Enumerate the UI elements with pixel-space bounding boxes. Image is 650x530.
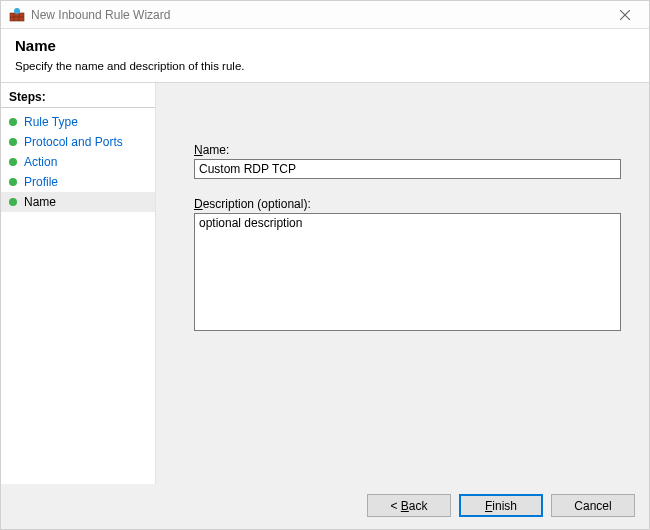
description-field-group: Description (optional): (194, 197, 621, 331)
step-rule-type[interactable]: Rule Type (1, 112, 155, 132)
wizard-footer: < Back Finish Cancel (1, 484, 649, 529)
back-button[interactable]: < Back (367, 494, 451, 517)
svg-point-4 (14, 8, 20, 14)
wizard-header: Name Specify the name and description of… (1, 29, 649, 83)
name-field-group: Name: (194, 143, 621, 179)
description-label: Description (optional): (194, 197, 621, 211)
wizard-body: Steps: Rule Type Protocol and Ports Acti… (1, 83, 649, 484)
window-title: New Inbound Rule Wizard (31, 8, 605, 22)
step-bullet-icon (9, 198, 17, 206)
step-profile[interactable]: Profile (1, 172, 155, 192)
step-label: Action (24, 155, 57, 169)
description-input[interactable] (194, 213, 621, 331)
step-bullet-icon (9, 118, 17, 126)
form-content: Name: Description (optional): (156, 83, 649, 484)
step-action[interactable]: Action (1, 152, 155, 172)
name-input[interactable] (194, 159, 621, 179)
step-label: Protocol and Ports (24, 135, 123, 149)
close-button[interactable] (605, 1, 645, 29)
step-label: Name (24, 195, 56, 209)
firewall-icon (9, 7, 25, 23)
name-label: Name: (194, 143, 621, 157)
step-bullet-icon (9, 138, 17, 146)
page-title: Name (15, 37, 635, 54)
page-subtitle: Specify the name and description of this… (15, 60, 635, 72)
steps-heading: Steps: (1, 87, 155, 108)
wizard-window: New Inbound Rule Wizard Name Specify the… (0, 0, 650, 530)
step-protocol-and-ports[interactable]: Protocol and Ports (1, 132, 155, 152)
close-icon (620, 10, 630, 20)
step-label: Rule Type (24, 115, 78, 129)
step-bullet-icon (9, 178, 17, 186)
cancel-button[interactable]: Cancel (551, 494, 635, 517)
titlebar: New Inbound Rule Wizard (1, 1, 649, 29)
finish-button[interactable]: Finish (459, 494, 543, 517)
step-bullet-icon (9, 158, 17, 166)
step-label: Profile (24, 175, 58, 189)
steps-sidebar: Steps: Rule Type Protocol and Ports Acti… (1, 83, 156, 484)
step-name[interactable]: Name (1, 192, 155, 212)
